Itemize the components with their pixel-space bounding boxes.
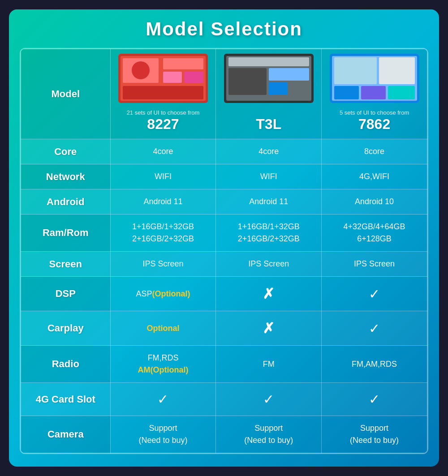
svg-rect-6 <box>184 72 203 83</box>
camera-row: Camera Support (Need to buy) Support (Ne… <box>21 416 427 453</box>
ramrom-t3l: 1+16GB/1+32GB 2+16GB/2+32GB <box>216 214 322 252</box>
ui-note-7862: 5 sets of UI to choose from <box>325 109 423 116</box>
android-row: Android Android 11 Android 11 Android 10 <box>21 189 427 214</box>
screen-label: Screen <box>21 252 111 277</box>
model-col-8227: 21 sets of UI to choose from 8227 <box>110 49 216 139</box>
svg-rect-17 <box>334 57 377 84</box>
ramrom-label: Ram/Rom <box>21 214 111 252</box>
model-image-t3l <box>224 54 314 103</box>
cardslot-t3l-check: ✓ <box>263 392 274 407</box>
camera-7862: Support (Need to buy) <box>322 416 427 453</box>
model-name-7862: 7862 <box>325 116 423 133</box>
cardslot-8227-check: ✓ <box>157 392 168 407</box>
carplay-8227: Optional <box>110 311 216 346</box>
svg-rect-10 <box>228 57 309 66</box>
cardslot-8227: ✓ <box>110 383 216 416</box>
page-title: Model Selection <box>20 18 428 40</box>
model-col-7862: 5 sets of UI to choose from 7862 <box>322 49 427 139</box>
dsp-8227: ASP(Optional) <box>110 277 216 311</box>
model-col-t3l: T3L <box>216 49 322 139</box>
cardslot-row: 4G Card Slot ✓ ✓ ✓ <box>21 383 427 416</box>
carplay-7862-check: ✓ <box>369 321 380 336</box>
screen-t3l: IPS Screen <box>216 252 322 277</box>
dsp-7862: ✓ <box>322 277 427 311</box>
ramrom-row: Ram/Rom 1+16GB/1+32GB 2+16GB/2+32GB 1+16… <box>21 214 427 252</box>
radio-7862: FM,AM,RDS <box>322 346 427 383</box>
network-t3l: WIFI <box>216 164 322 189</box>
svg-rect-5 <box>163 72 182 83</box>
radio-label: Radio <box>21 346 111 383</box>
radio-row: Radio FM,RDS AM(Optional) FM FM,AM,RDS <box>21 346 427 383</box>
main-container: Model Selection Model <box>9 9 439 467</box>
radio-8227: FM,RDS AM(Optional) <box>110 346 216 383</box>
model-image-7862 <box>330 54 419 103</box>
model-header-row: Model <box>21 49 427 139</box>
carplay-t3l: ✗ <box>216 311 322 346</box>
carplay-7862: ✓ <box>322 311 427 346</box>
svg-point-3 <box>132 61 150 79</box>
screen-7862: IPS Screen <box>322 252 427 277</box>
android-t3l: Android 11 <box>216 189 322 214</box>
core-row: Core 4core 4core 8core <box>21 139 427 164</box>
android-7862: Android 10 <box>322 189 427 214</box>
comparison-table-wrapper: Model <box>20 48 428 454</box>
carplay-label: Carplay <box>21 311 111 346</box>
camera-t3l: Support (Need to buy) <box>216 416 322 453</box>
svg-rect-20 <box>361 86 386 99</box>
model-image-8227 <box>118 54 208 103</box>
model-name-t3l: T3L <box>220 116 318 133</box>
ui-note-8227: 21 sets of UI to choose from <box>114 109 212 116</box>
dsp-t3l: ✗ <box>216 277 322 311</box>
dsp-t3l-cross: ✗ <box>263 286 275 302</box>
svg-rect-14 <box>289 82 309 95</box>
svg-rect-18 <box>379 57 415 84</box>
cardslot-7862: ✓ <box>322 383 427 416</box>
cardslot-t3l: ✓ <box>216 383 322 416</box>
svg-rect-12 <box>269 68 309 81</box>
svg-rect-7 <box>123 86 203 99</box>
core-7862: 8core <box>322 139 427 164</box>
android-8227: Android 11 <box>110 189 216 214</box>
svg-rect-4 <box>163 58 203 69</box>
screen-row: Screen IPS Screen IPS Screen IPS Screen <box>21 252 427 277</box>
dsp-label: DSP <box>21 277 111 311</box>
model-row-label: Model <box>21 49 111 139</box>
network-8227: WIFI <box>110 164 216 189</box>
cardslot-label: 4G Card Slot <box>21 383 111 416</box>
model-name-8227: 8227 <box>114 116 212 133</box>
core-8227: 4core <box>110 139 216 164</box>
network-7862: 4G,WIFI <box>322 164 427 189</box>
carplay-t3l-cross: ✗ <box>263 320 275 336</box>
core-t3l: 4core <box>216 139 322 164</box>
camera-label: Camera <box>21 416 111 453</box>
svg-rect-13 <box>269 82 288 95</box>
svg-rect-11 <box>228 68 267 95</box>
android-label: Android <box>21 189 111 214</box>
screen-8227: IPS Screen <box>110 252 216 277</box>
ui-note-t3l <box>220 109 318 116</box>
carplay-row: Carplay Optional ✗ ✓ <box>21 311 427 346</box>
network-row: Network WIFI WIFI 4G,WIFI <box>21 164 427 189</box>
ramrom-7862: 4+32GB/4+64GB 6+128GB <box>322 214 427 252</box>
comparison-table: Model <box>21 49 427 453</box>
svg-rect-21 <box>388 86 415 99</box>
dsp-row: DSP ASP(Optional) ✗ ✓ <box>21 277 427 311</box>
core-label: Core <box>21 139 111 164</box>
cardslot-7862-check: ✓ <box>369 392 380 407</box>
svg-rect-19 <box>334 86 359 99</box>
radio-t3l: FM <box>216 346 322 383</box>
camera-8227: Support (Need to buy) <box>110 416 216 453</box>
network-label: Network <box>21 164 111 189</box>
dsp-7862-check: ✓ <box>369 287 380 301</box>
ramrom-8227: 1+16GB/1+32GB 2+16GB/2+32GB <box>110 214 216 252</box>
